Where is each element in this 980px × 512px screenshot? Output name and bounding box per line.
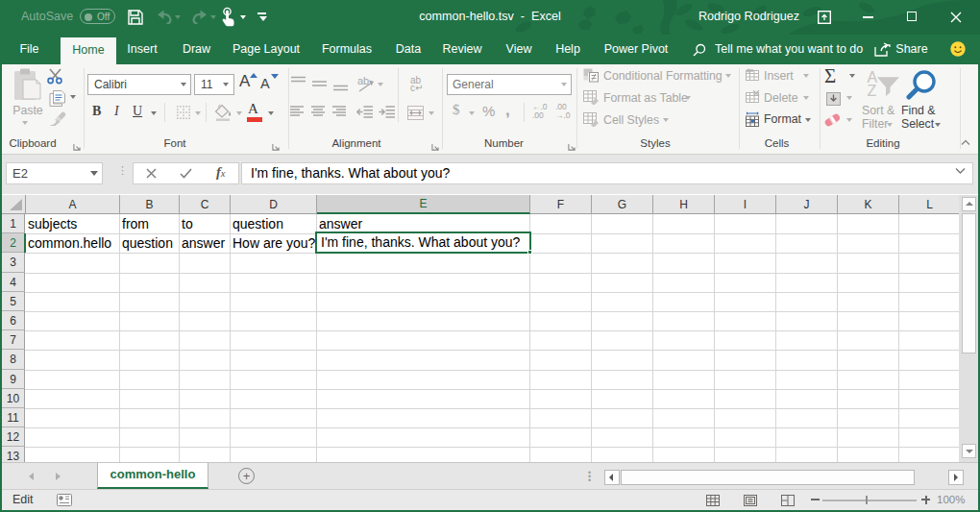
svg-text:Z: Z — [868, 83, 877, 99]
